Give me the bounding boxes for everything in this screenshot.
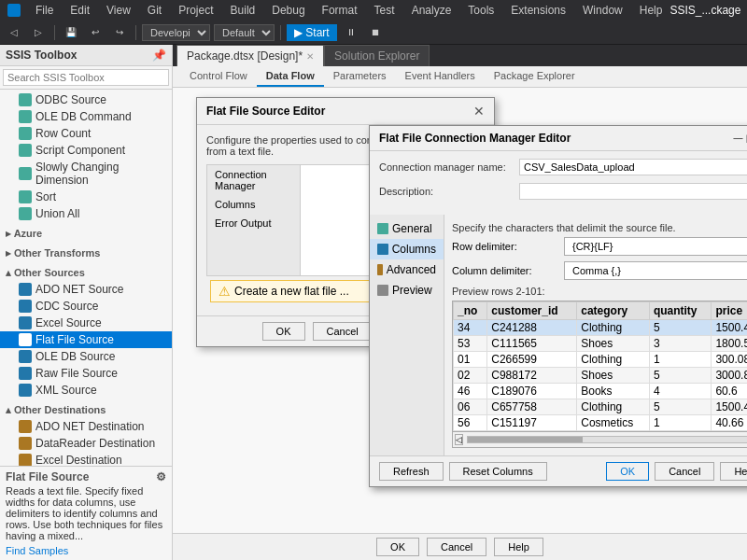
source-icon <box>19 316 32 329</box>
table-cell: C189076 <box>487 384 577 399</box>
sidebar-content: ODBC Source OLE DB Command Row Count Scr… <box>0 90 172 466</box>
outer-nav-error-output[interactable]: Error Output <box>207 214 300 232</box>
sidebar-item-label: Row Count <box>35 127 91 140</box>
menu-help[interactable]: Help <box>632 2 670 19</box>
connection-manager-name-input[interactable] <box>519 159 747 175</box>
warning-icon: ⚠ <box>218 284 231 299</box>
sidebar-item-sort[interactable]: Sort <box>0 189 172 205</box>
sidebar-item-ado-dest[interactable]: ADO NET Destination <box>0 418 172 435</box>
menu-file[interactable]: File <box>28 2 61 19</box>
other-destinations-header[interactable]: ▴ Other Destinations <box>0 402 172 418</box>
menu-extensions[interactable]: Extensions <box>503 2 573 19</box>
sidebar-item-ado-net-source[interactable]: ADO NET Source <box>0 281 172 298</box>
menu-git[interactable]: Git <box>140 2 169 19</box>
other-sources-header[interactable]: ▴ Other Sources <box>0 265 172 281</box>
outer-cancel-button[interactable]: Cancel <box>313 322 373 341</box>
menu-analyze[interactable]: Analyze <box>404 2 459 19</box>
solution-explorer-tab[interactable]: Solution Explorer <box>324 45 430 66</box>
outer-nav-columns[interactable]: Columns <box>207 195 300 214</box>
bottom-ok-button[interactable]: OK <box>376 538 419 556</box>
package-tab-close[interactable]: ✕ <box>306 51 314 62</box>
inner-cancel-button[interactable]: Cancel <box>655 462 714 481</box>
menu-debug[interactable]: Debug <box>264 2 312 19</box>
outer-nav-connection-manager[interactable]: Connection Manager <box>207 165 300 195</box>
menu-view[interactable]: View <box>99 2 138 19</box>
nav-preview[interactable]: Preview <box>370 280 444 301</box>
azure-section-header[interactable]: ▸ Azure <box>0 226 172 242</box>
sidebar-pin-icon[interactable]: 📌 <box>152 49 166 62</box>
sidebar-item-flat-file-source[interactable]: Flat File Source <box>0 331 172 348</box>
menu-edit[interactable]: Edit <box>63 2 97 19</box>
nav-advanced[interactable]: Advanced <box>370 259 444 280</box>
tab-data-flow[interactable]: Data Flow <box>257 66 324 87</box>
row-delimiter-select[interactable]: {CR}{LF}{CR}{LF}Semicolon {;}Comma {,} <box>564 237 747 256</box>
tab-parameters[interactable]: Parameters <box>324 66 396 87</box>
other-transforms-header[interactable]: ▸ Other Transforms <box>0 245 172 261</box>
nav-columns[interactable]: Columns <box>370 239 444 259</box>
sidebar-item-datareader-dest[interactable]: DataReader Destination <box>0 435 172 452</box>
scroll-left-button[interactable]: ◁ <box>455 434 463 445</box>
sidebar-item-xml-source[interactable]: XML Source <box>0 382 172 399</box>
table-cell: C111565 <box>487 336 577 352</box>
description-label: Description: <box>379 186 519 197</box>
package-tab[interactable]: Package.dtsx [Design]* ✕ <box>176 45 324 66</box>
bottom-help-button[interactable]: Help <box>494 538 543 556</box>
sidebar-item-odbc-source[interactable]: ODBC Source <box>0 91 172 108</box>
branch-selector[interactable]: Developi <box>142 24 210 41</box>
column-delimiter-label: Column delimiter: <box>452 265 564 276</box>
table-cell: 3 <box>649 336 712 352</box>
inner-help-button[interactable]: Help <box>720 462 747 481</box>
tab-package-explorer[interactable]: Package Explorer <box>485 66 585 87</box>
menu-test[interactable]: Test <box>367 2 402 19</box>
search-input[interactable] <box>3 69 169 86</box>
menu-tools[interactable]: Tools <box>460 2 501 19</box>
bottom-cancel-button[interactable]: Cancel <box>427 538 486 556</box>
reset-columns-button[interactable]: Reset Columns <box>449 462 547 481</box>
redo-button[interactable]: ↪ <box>109 23 130 42</box>
outer-dialog-close-button[interactable]: ✕ <box>473 104 485 119</box>
save-button[interactable]: 💾 <box>61 23 81 42</box>
sidebar-item-slowly-changing[interactable]: Slowly Changing Dimension <box>0 159 172 189</box>
find-samples-link[interactable]: Find Samples <box>6 545 166 556</box>
description-input[interactable] <box>519 183 747 200</box>
sidebar-item-ole-db-source[interactable]: OLE DB Source <box>0 348 172 365</box>
sidebar-item-cdc-source[interactable]: CDC Source <box>0 298 172 315</box>
refresh-button[interactable]: Refresh <box>379 462 444 481</box>
sidebar-item-excel-dest[interactable]: Excel Destination <box>0 452 172 466</box>
sidebar-item-raw-file-source[interactable]: Raw File Source <box>0 365 172 382</box>
source-icon <box>19 93 32 106</box>
inner-ok-button[interactable]: OK <box>606 462 649 481</box>
sidebar-item-excel-source[interactable]: Excel Source <box>0 315 172 331</box>
table-cell: 300.08 <box>712 352 747 368</box>
app-icon <box>7 4 21 17</box>
nav-general-icon <box>377 223 388 234</box>
preview-scrollbar[interactable]: ◁ ▷ <box>452 432 747 448</box>
menu-project[interactable]: Project <box>171 2 220 19</box>
forward-button[interactable]: ▷ <box>28 23 49 42</box>
tab-event-handlers[interactable]: Event Handlers <box>396 66 485 87</box>
outer-ok-button[interactable]: OK <box>262 322 305 341</box>
row-delimiter-row: Row delimiter: {CR}{LF}{CR}{LF}Semicolon… <box>452 237 747 256</box>
table-cell: 46 <box>454 384 487 399</box>
nav-general[interactable]: General <box>370 218 444 239</box>
settings-icon[interactable]: ⚙ <box>156 470 166 483</box>
sidebar-item-script-component[interactable]: Script Component <box>0 142 172 159</box>
info-panel-title: Flat File Source ⚙ <box>6 470 166 483</box>
sidebar-item-row-count[interactable]: Row Count <box>0 125 172 142</box>
sidebar-item-oledb-command[interactable]: OLE DB Command <box>0 108 172 125</box>
back-button[interactable]: ◁ <box>4 23 24 42</box>
tab-bar: Package.dtsx [Design]* ✕ Solution Explor… <box>173 45 747 66</box>
stop-button[interactable]: ⏹ <box>365 23 386 42</box>
config-selector[interactable]: Default <box>214 24 275 41</box>
menu-build[interactable]: Build <box>223 2 263 19</box>
undo-button[interactable]: ↩ <box>85 23 106 42</box>
menu-format[interactable]: Format <box>315 2 365 19</box>
pause-button[interactable]: ⏸ <box>341 23 361 42</box>
inner-dialog-minimize-button[interactable]: ─ <box>734 131 743 146</box>
column-delimiter-select[interactable]: Comma {,}Semicolon {;}Tab {t}Vertical Ba… <box>564 261 747 280</box>
menu-window[interactable]: Window <box>575 2 630 19</box>
sidebar-item-union-all[interactable]: Union All <box>0 205 172 222</box>
start-button[interactable]: ▶ Start <box>287 24 337 41</box>
main-layout: SSIS Toolbox 📌 ODBC Source OLE DB Comman… <box>0 45 747 560</box>
tab-control-flow[interactable]: Control Flow <box>180 66 257 87</box>
